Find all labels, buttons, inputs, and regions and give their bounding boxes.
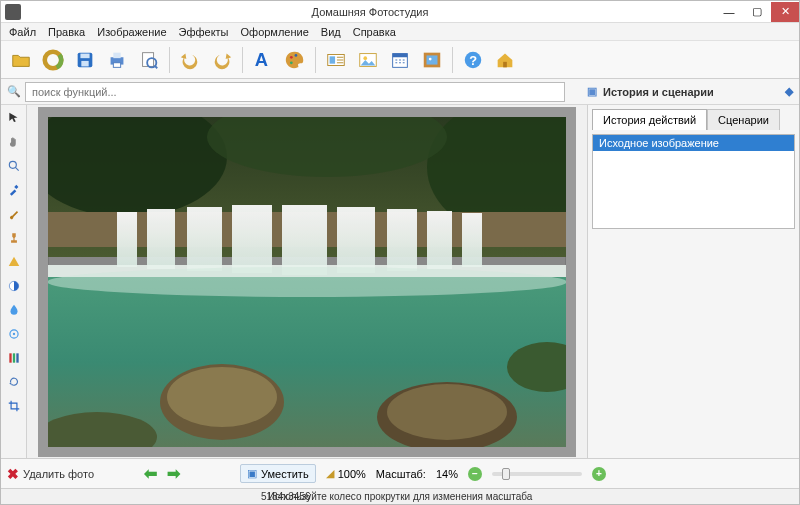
zoom-reset[interactable]: ◢ 100% <box>326 467 366 480</box>
frame-button[interactable] <box>418 46 446 74</box>
svg-point-32 <box>12 333 14 335</box>
svg-rect-49 <box>462 213 482 267</box>
svg-rect-43 <box>187 207 222 271</box>
svg-rect-26 <box>503 61 507 67</box>
zoom-out-button[interactable]: − <box>468 467 482 481</box>
tab-scenarios[interactable]: Сценарии <box>707 109 780 130</box>
open-button[interactable] <box>7 46 35 74</box>
crop-tool[interactable] <box>5 397 23 415</box>
svg-rect-29 <box>14 185 18 189</box>
scale-label: Масштаб: <box>376 468 426 480</box>
tab-history[interactable]: История действий <box>592 109 707 130</box>
shape-tool[interactable] <box>5 253 23 271</box>
svg-rect-33 <box>9 353 11 362</box>
svg-point-18 <box>363 56 367 60</box>
canvas-image[interactable] <box>48 117 566 447</box>
preview-button[interactable] <box>135 46 163 74</box>
svg-rect-44 <box>232 205 272 273</box>
contrast-tool[interactable] <box>5 277 23 295</box>
svg-rect-48 <box>427 211 452 269</box>
main-toolbar: A ? <box>1 41 799 79</box>
redo-button[interactable] <box>208 46 236 74</box>
history-panel-header: ▣ История и сценарии ◆ <box>583 85 793 98</box>
svg-rect-20 <box>393 53 408 57</box>
menu-view[interactable]: Вид <box>315 25 347 39</box>
menu-edit[interactable]: Правка <box>42 25 91 39</box>
svg-rect-4 <box>81 60 88 65</box>
zoom-reset-label: 100% <box>338 468 366 480</box>
eyedropper-tool[interactable] <box>5 181 23 199</box>
history-label: История и сценарии <box>603 86 714 98</box>
svg-rect-16 <box>330 56 336 63</box>
fit-label: Уместить <box>261 468 309 480</box>
pin-icon[interactable]: ◆ <box>785 85 793 98</box>
search-icon: 🔍 <box>7 85 21 98</box>
hand-tool[interactable] <box>5 133 23 151</box>
svg-text:?: ? <box>469 52 477 67</box>
search-input[interactable] <box>25 82 565 102</box>
image-button[interactable] <box>354 46 382 74</box>
svg-point-14 <box>290 61 293 64</box>
close-button[interactable]: ✕ <box>771 2 799 22</box>
next-arrow[interactable]: ➡ <box>167 464 180 483</box>
text-button[interactable]: A <box>249 46 277 74</box>
zoom-tool[interactable] <box>5 157 23 175</box>
svg-rect-22 <box>427 55 438 64</box>
menu-image[interactable]: Изображение <box>91 25 172 39</box>
delete-photo-button[interactable]: ✖ Удалить фото <box>7 466 94 482</box>
history-list[interactable]: Исходное изображение <box>592 134 795 229</box>
print-button[interactable] <box>103 46 131 74</box>
stamp-tool[interactable] <box>5 229 23 247</box>
history-tabs: История действий Сценарии <box>592 109 795 130</box>
status-bar: 5184x3456 Используйте колесо прокрутки д… <box>1 488 799 504</box>
zoom-reset-icon: ◢ <box>326 467 334 480</box>
svg-rect-6 <box>113 52 120 58</box>
fit-icon: ▣ <box>247 467 257 480</box>
svg-point-54 <box>167 367 277 427</box>
menu-file[interactable]: Файл <box>3 25 42 39</box>
zoom-thumb[interactable] <box>502 468 510 480</box>
delete-label: Удалить фото <box>23 468 94 480</box>
undo-button[interactable] <box>176 46 204 74</box>
history-item[interactable]: Исходное изображение <box>593 135 794 151</box>
svg-rect-3 <box>80 53 89 58</box>
delete-icon: ✖ <box>7 466 19 482</box>
palette-button[interactable] <box>281 46 309 74</box>
pointer-tool[interactable] <box>5 109 23 127</box>
svg-rect-41 <box>117 212 137 267</box>
svg-point-52 <box>48 267 566 297</box>
app-icon <box>5 4 21 20</box>
svg-rect-45 <box>282 205 327 275</box>
svg-rect-42 <box>147 209 175 269</box>
svg-rect-7 <box>113 62 120 67</box>
fit-button[interactable]: ▣ Уместить <box>240 464 316 483</box>
minimize-button[interactable]: — <box>715 2 743 22</box>
calendar-button[interactable] <box>386 46 414 74</box>
title-bar: Домашняя Фотостудия — ▢ ✕ <box>1 1 799 23</box>
home-button[interactable] <box>491 46 519 74</box>
zoom-in-button[interactable]: + <box>592 467 606 481</box>
color-wheel-button[interactable] <box>39 46 67 74</box>
help-button[interactable]: ? <box>459 46 487 74</box>
svg-line-10 <box>155 65 158 68</box>
blur-tool[interactable] <box>5 301 23 319</box>
maximize-button[interactable]: ▢ <box>743 2 771 22</box>
menu-help[interactable]: Справка <box>347 25 402 39</box>
window-title: Домашняя Фотостудия <box>25 6 715 18</box>
menu-bar: Файл Правка Изображение Эффекты Оформлен… <box>1 23 799 41</box>
right-panel: История действий Сценарии Исходное изобр… <box>587 105 799 458</box>
save-button[interactable] <box>71 46 99 74</box>
menu-effects[interactable]: Эффекты <box>173 25 235 39</box>
prev-arrow[interactable]: ⬅ <box>144 464 157 483</box>
image-dimensions: 5184x3456 <box>261 491 311 502</box>
brush-tool[interactable] <box>5 205 23 223</box>
menu-decoration[interactable]: Оформление <box>235 25 315 39</box>
rotate-tool[interactable] <box>5 373 23 391</box>
sharpen-tool[interactable] <box>5 325 23 343</box>
left-toolbox <box>1 105 27 458</box>
levels-tool[interactable] <box>5 349 23 367</box>
catalog-button[interactable] <box>322 46 350 74</box>
scale-value: 14% <box>436 468 458 480</box>
svg-point-12 <box>290 55 293 58</box>
zoom-slider[interactable] <box>492 472 582 476</box>
